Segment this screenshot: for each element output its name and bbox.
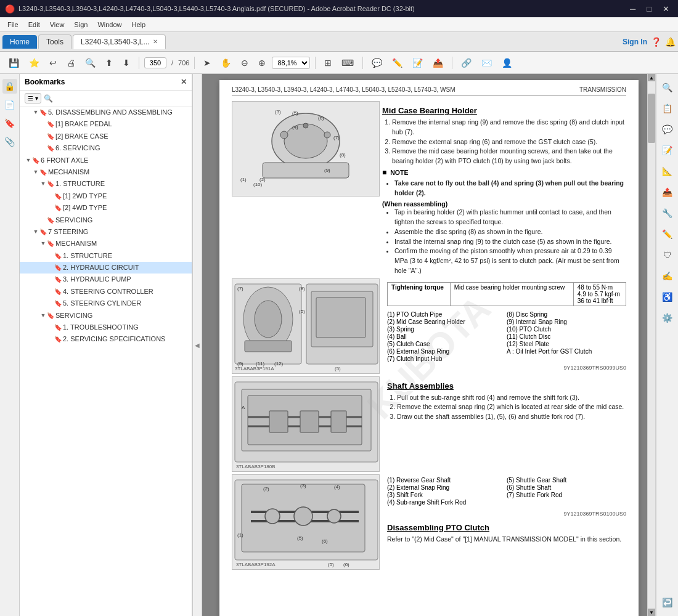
right-redact-btn[interactable]: 📐 [659, 163, 676, 180]
print-button[interactable]: 🖨 [63, 55, 79, 70]
scroll-up-btn[interactable]: ▲ [648, 74, 655, 81]
label-mechanism: MECHANISM [48, 168, 189, 177]
bookmark-mechanism-s[interactable]: ▼ 🔖 MECHANISM [20, 238, 192, 249]
tab-document[interactable]: L3240-3,L3540-3,L... ✕ [73, 34, 166, 49]
menu-help[interactable]: Help [127, 20, 151, 30]
tab-close-button[interactable]: ✕ [153, 38, 158, 45]
share-button[interactable]: 👤 [498, 55, 516, 70]
back-button[interactable]: ↩ [46, 55, 60, 70]
menu-view[interactable]: View [45, 20, 70, 30]
zoom-in-btn[interactable]: ⊕ [255, 55, 269, 70]
next-page-button[interactable]: ⬇ [119, 55, 134, 70]
icon-4wd: 🔖 [54, 204, 63, 213]
right-tools-btn[interactable]: ⚙️ [659, 309, 676, 326]
section-mid-case: Mid Case Bearing Holder Remove the inter… [382, 101, 626, 276]
fit-page-button[interactable]: ⊞ [321, 55, 335, 70]
bookmark-troubleshooting[interactable]: 🔖 1. TROUBLESHOOTING [20, 322, 192, 333]
bookmark-mechanism[interactable]: ▼ 🔖 MECHANISM [20, 166, 192, 178]
mail-button[interactable]: ✉️ [478, 55, 496, 70]
svg-point-46 [265, 509, 280, 524]
bookmark-hydraulic-circuit[interactable]: 🔖 2. HYDRAULIC CIRCUIT [20, 262, 192, 274]
arrow-mechanism: ▼ [32, 168, 39, 176]
bookmark-front-axle[interactable]: ▼ 🔖 6 FRONT AXLE [20, 155, 192, 166]
pan-tool[interactable]: ✋ [217, 55, 235, 70]
menu-sign[interactable]: Sign [69, 20, 92, 30]
lock-icon-btn[interactable]: 🔒 [2, 79, 17, 94]
zoom-out-btn[interactable]: ⊖ [237, 55, 252, 70]
bookmark-button[interactable]: ⭐ [25, 55, 43, 70]
link-button[interactable]: 🔗 [457, 55, 475, 70]
page-icon-btn[interactable]: 📄 [2, 97, 17, 112]
menu-window[interactable]: Window [92, 20, 126, 30]
panel-collapse-arrow[interactable]: ◀ [192, 74, 202, 616]
comment-button[interactable]: 💬 [368, 55, 386, 70]
bookmark-steering[interactable]: ▼ 🔖 7 STEERING [20, 226, 192, 238]
bookmarks-close-icon[interactable]: ✕ [181, 78, 187, 86]
bookmark-servicing-fa[interactable]: 🔖 SERVICING [20, 214, 192, 226]
parts-col-right-1: (8) Disc Spring (9) Internal Snap Ring (… [507, 311, 626, 362]
minimize-button[interactable]: ─ [626, 3, 639, 15]
right-pages-btn[interactable]: 📋 [659, 100, 676, 117]
tab-tools[interactable]: Tools [38, 34, 71, 49]
sign-in-button[interactable]: Sign In [623, 38, 647, 46]
label-servicing-fa: SERVICING [55, 216, 189, 225]
pen-button[interactable]: ✏️ [388, 55, 406, 70]
bookmark-hydraulic-pump[interactable]: 🔖 3. HYDRAULIC PUMP [20, 274, 192, 285]
parts-col-left-1: (1) PTO Clutch Pipe (2) Mid Case Bearing… [387, 311, 507, 362]
bookmark-icon-btn[interactable]: 🔖 [2, 116, 17, 131]
scroll-down-btn[interactable]: ▼ [648, 609, 655, 616]
edit-button[interactable]: 📝 [409, 55, 427, 70]
scroll-thumb[interactable] [648, 94, 655, 143]
scroll-track[interactable] [648, 81, 655, 609]
right-expand-btn[interactable]: ↩️ [659, 594, 676, 611]
right-icon-bar: 🔍 📋 💬 📝 📐 📤 🔧 ✏️ 🛡 ✍️ ♿ ⚙️ ↩️ [656, 74, 678, 616]
menu-file[interactable]: File [2, 20, 23, 30]
bookmark-servicing-6[interactable]: 🔖 6. SERVICING [20, 142, 192, 154]
bookmark-2wd[interactable]: 🔖 [1] 2WD TYPE [20, 190, 192, 202]
part-2-4: (4) Sub-range Shift Fork Rod [387, 499, 507, 506]
page-number-input[interactable] [144, 57, 166, 68]
bookmarks-search-btn[interactable]: 🔍 [44, 94, 53, 103]
right-edit-btn[interactable]: 📝 [659, 142, 676, 159]
right-organize-btn[interactable]: 🔧 [659, 205, 676, 222]
zoom-select[interactable]: 88,1% [272, 57, 310, 69]
content-area[interactable]: KUBOTA L3240-3, L3540-3, L3940-3, L4240-… [202, 74, 656, 616]
menu-edit[interactable]: Edit [23, 20, 45, 30]
bookmark-4wd[interactable]: 🔖 [2] 4WD TYPE [20, 202, 192, 214]
bookmark-steering-ctrl[interactable]: 🔖 4. STEERING CONTROLLER [20, 286, 192, 298]
help-icon[interactable]: ❓ [651, 37, 661, 47]
attachment-icon-btn[interactable]: 📎 [2, 134, 17, 149]
bookmark-steering-cyl[interactable]: 🔖 5. STEERING CYLINDER [20, 298, 192, 309]
arrow-disassembling: ▼ [32, 108, 39, 116]
prev-page-button[interactable]: ⬆ [102, 55, 116, 70]
step-1-1: Remove the internal snap ring (9) and re… [392, 118, 626, 137]
scrollbar[interactable]: ▲ ▼ [647, 74, 656, 616]
bookmarks-view-btn[interactable]: ☰ ▾ [25, 93, 41, 103]
right-enhance-btn[interactable]: ✏️ [659, 225, 676, 243]
bookmark-brake-case[interactable]: 🔖 [2] BRAKE CASE [20, 131, 192, 142]
notification-icon[interactable]: 🔔 [665, 37, 676, 47]
right-protect-btn[interactable]: 🛡 [659, 246, 676, 264]
bookmark-brake-pedal[interactable]: 🔖 [1] BRAKE PEDAL [20, 118, 192, 130]
right-comment-btn[interactable]: 💬 [659, 121, 676, 138]
save-button[interactable]: 💾 [5, 55, 23, 70]
step-1-3: Remove the mid case bearing holder mount… [392, 147, 626, 166]
zoom-out-button[interactable]: 🔍 [81, 55, 99, 70]
right-sign-btn[interactable]: ✍️ [659, 267, 676, 285]
right-accessibility-btn[interactable]: ♿ [659, 288, 676, 306]
tab-home[interactable]: Home [2, 35, 37, 49]
maximize-button[interactable]: □ [643, 3, 655, 15]
right-export-btn[interactable]: 📤 [659, 184, 676, 201]
right-search-btn[interactable]: 🔍 [659, 79, 676, 96]
bookmark-structure-fa[interactable]: ▼ 🔖 1. STRUCTURE [20, 178, 192, 190]
close-button[interactable]: ✕ [659, 3, 673, 15]
bookmark-servicing-specs[interactable]: 🔖 2. SERVICING SPECIFICATIONS [20, 333, 192, 345]
icon-steering-ctrl: 🔖 [54, 288, 63, 296]
bookmark-structure-s[interactable]: 🔖 1. STRUCTURE [20, 250, 192, 262]
select-tool[interactable]: ➤ [200, 55, 214, 70]
tab-doc-label: L3240-3,L3540-3,L... [81, 38, 149, 46]
keyboard-button[interactable]: ⌨ [338, 55, 357, 70]
bookmark-servicing-s[interactable]: ▼ 🔖 SERVICING [20, 310, 192, 322]
bookmark-disassembling[interactable]: ▼ 🔖 5. DISASSEMBLING AND ASSEMBLING [20, 107, 192, 118]
stamp-button[interactable]: 📤 [429, 55, 447, 70]
